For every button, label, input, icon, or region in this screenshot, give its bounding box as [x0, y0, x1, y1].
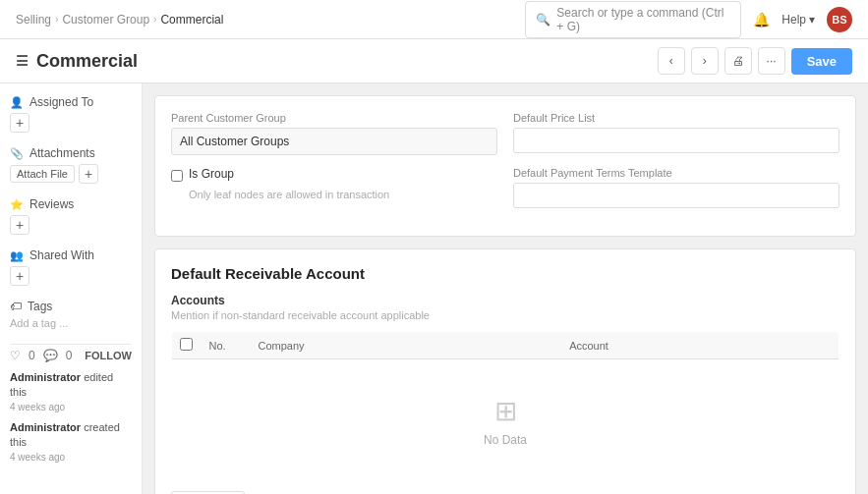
reviews-section: ⭐ Reviews + [10, 197, 132, 235]
attachments-label: 📎 Attachments [10, 146, 132, 160]
search-placeholder: Search or type a command (Ctrl + G) [556, 6, 730, 33]
comment-icon[interactable]: 💬 [43, 349, 58, 362]
is-group-checkbox[interactable] [171, 170, 183, 182]
col-company: Company [251, 332, 562, 359]
is-group-checkbox-row: Is Group [171, 167, 497, 185]
attach-file-label: Attach File [17, 168, 68, 180]
nav-prev-button[interactable]: ‹ [658, 47, 685, 75]
breadcrumb-customer-group[interactable]: Customer Group [62, 13, 149, 27]
payment-terms-group: Default Payment Terms Template [513, 167, 839, 208]
heart-icon[interactable]: ♡ [10, 349, 21, 362]
shared-with-add-button[interactable]: + [10, 266, 29, 286]
like-row: ♡ 0 💬 0 FOLLOW [10, 349, 132, 362]
assigned-to-add-button[interactable]: + [10, 113, 29, 133]
is-group-hint: Only leaf nodes are allowed in transacti… [189, 189, 497, 200]
default-price-list-group: Default Price List [513, 112, 839, 155]
tags-section: 🏷 Tags Add a tag ... [10, 300, 132, 330]
content-area: Parent Customer Group All Customer Group… [143, 83, 868, 494]
reviews-icon: ⭐ [10, 198, 24, 211]
breadcrumb-chevron-1: › [55, 14, 58, 25]
reviews-label: ⭐ Reviews [10, 197, 132, 211]
print-button[interactable]: 🖨 [724, 47, 752, 75]
payment-terms-input[interactable] [513, 183, 839, 208]
no-data-cell: ⊞ No Data [172, 359, 839, 483]
accounts-table: No. Company Account ⊞ No Data [171, 331, 839, 483]
no-data-text: No Data [209, 433, 801, 447]
table-header-row: No. Company Account [172, 332, 839, 359]
help-chevron-icon: ▾ [809, 13, 815, 27]
parent-customer-group-group: Parent Customer Group All Customer Group… [171, 112, 497, 155]
breadcrumb-commercial[interactable]: Commercial [160, 13, 223, 27]
col-account: Account [561, 332, 839, 359]
reviews-add-button[interactable]: + [10, 215, 29, 235]
accounts-hint: Mention if non-standard receivable accou… [171, 309, 839, 321]
sidebar: 👤 Assigned To + 📎 Attachments Attach Fil… [0, 83, 143, 494]
is-group-group: Is Group Only leaf nodes are allowed in … [171, 167, 497, 208]
payment-terms-label: Default Payment Terms Template [513, 167, 839, 179]
no-data-icon: ⊞ [209, 395, 801, 427]
no-data-row: ⊞ No Data [172, 359, 839, 483]
attach-file-button[interactable]: Attach File [10, 165, 75, 183]
notification-bell-icon[interactable]: 🔔 [753, 12, 770, 27]
search-bar[interactable]: 🔍 Search or type a command (Ctrl + G) [525, 1, 741, 38]
col-no: No. [202, 332, 251, 359]
no-data-area: ⊞ No Data [180, 365, 831, 476]
accounts-label: Accounts [171, 294, 839, 307]
is-group-label: Is Group [189, 167, 234, 181]
attachments-icon: 📎 [10, 147, 24, 160]
receivable-account-card: Default Receivable Account Accounts Ment… [154, 248, 856, 494]
tags-label: 🏷 Tags [10, 300, 132, 313]
nav-next-button[interactable]: › [691, 47, 719, 75]
likes-count: 0 [29, 349, 35, 362]
default-price-list-label: Default Price List [513, 112, 839, 124]
assigned-to-section: 👤 Assigned To + [10, 95, 132, 133]
form-grid-bottom: Is Group Only leaf nodes are allowed in … [171, 167, 839, 208]
sidebar-divider [10, 344, 132, 345]
shared-with-section: 👥 Shared With + [10, 248, 132, 286]
attachments-section: 📎 Attachments Attach File + [10, 146, 132, 184]
menu-icon[interactable]: ☰ [16, 53, 29, 69]
assigned-to-label: 👤 Assigned To [10, 95, 132, 109]
more-options-button[interactable]: ··· [758, 47, 785, 75]
shared-with-label: 👥 Shared With [10, 248, 132, 262]
breadcrumb-selling[interactable]: Selling [16, 13, 51, 27]
breadcrumb: Selling › Customer Group › Commercial [16, 13, 223, 27]
save-button[interactable]: Save [791, 48, 852, 75]
col-check [172, 332, 202, 359]
attachments-add-button[interactable]: + [79, 164, 98, 184]
receivable-section-title: Default Receivable Account [171, 265, 839, 282]
activity-user-0: Administrator [10, 371, 81, 383]
add-tag-input[interactable]: Add a tag ... [10, 317, 68, 329]
page-title-area: ☰ Commercial [16, 51, 138, 72]
help-label: Help [781, 13, 806, 27]
top-navigation: Selling › Customer Group › Commercial 🔍 … [0, 0, 868, 39]
activity-time-1: 4 weeks ago [10, 451, 132, 465]
activity-user-1: Administrator [10, 421, 81, 433]
nav-right: 🔍 Search or type a command (Ctrl + G) 🔔 … [525, 1, 852, 38]
parent-customer-group-label: Parent Customer Group [171, 112, 497, 124]
shared-with-icon: 👥 [10, 249, 24, 262]
comments-count: 0 [66, 349, 73, 362]
customer-group-card: Parent Customer Group All Customer Group… [154, 95, 856, 237]
breadcrumb-chevron-2: › [153, 14, 156, 25]
page-header: ☰ Commercial ‹ › 🖨 ··· Save [0, 39, 868, 83]
tags-icon: 🏷 [10, 300, 22, 313]
parent-customer-group-input[interactable]: All Customer Groups [171, 128, 497, 155]
form-grid-top: Parent Customer Group All Customer Group… [171, 112, 839, 155]
activity-time-0: 4 weeks ago [10, 401, 132, 414]
default-price-list-input[interactable] [513, 128, 839, 153]
select-all-checkbox[interactable] [180, 338, 193, 351]
attach-row: Attach File + [10, 164, 132, 184]
assigned-to-icon: 👤 [10, 96, 24, 109]
avatar[interactable]: BS [827, 7, 852, 32]
header-actions: ‹ › 🖨 ··· Save [658, 47, 852, 75]
page-title: Commercial [36, 51, 138, 72]
activity-item-0: Administrator edited this 4 weeks ago [10, 370, 132, 414]
search-icon: 🔍 [536, 13, 550, 27]
main-layout: 👤 Assigned To + 📎 Attachments Attach Fil… [0, 83, 868, 494]
follow-button[interactable]: FOLLOW [85, 350, 132, 361]
activity-item-1: Administrator created this 4 weeks ago [10, 420, 132, 465]
help-button[interactable]: Help ▾ [781, 13, 815, 27]
